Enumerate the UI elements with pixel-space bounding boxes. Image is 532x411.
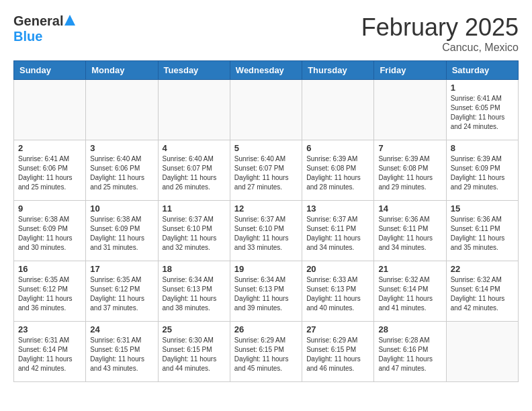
day-info: Sunrise: 6:41 AM Sunset: 6:05 PM Dayligh… <box>451 94 514 132</box>
day-info: Sunrise: 6:37 AM Sunset: 6:11 PM Dayligh… <box>306 215 369 253</box>
day-info: Sunrise: 6:38 AM Sunset: 6:09 PM Dayligh… <box>90 215 153 253</box>
day-info: Sunrise: 6:32 AM Sunset: 6:14 PM Dayligh… <box>378 275 441 313</box>
calendar-cell: 13Sunrise: 6:37 AM Sunset: 6:11 PM Dayli… <box>302 201 374 261</box>
week-row-2: 2Sunrise: 6:41 AM Sunset: 6:06 PM Daylig… <box>14 140 519 201</box>
calendar-cell: 21Sunrise: 6:32 AM Sunset: 6:14 PM Dayli… <box>374 261 446 322</box>
day-number: 11 <box>163 203 226 214</box>
calendar-cell: 10Sunrise: 6:38 AM Sunset: 6:09 PM Dayli… <box>86 201 158 261</box>
calendar-cell: 3Sunrise: 6:40 AM Sunset: 6:06 PM Daylig… <box>86 140 158 201</box>
day-number: 20 <box>306 264 369 274</box>
day-info: Sunrise: 6:33 AM Sunset: 6:13 PM Dayligh… <box>306 275 369 313</box>
calendar-cell <box>14 80 86 140</box>
calendar-cell <box>302 80 374 140</box>
day-info: Sunrise: 6:39 AM Sunset: 6:08 PM Dayligh… <box>306 154 369 192</box>
day-number: 23 <box>18 324 81 334</box>
calendar-cell: 2Sunrise: 6:41 AM Sunset: 6:06 PM Daylig… <box>14 140 86 201</box>
day-number: 27 <box>306 324 369 334</box>
calendar-cell: 9Sunrise: 6:38 AM Sunset: 6:09 PM Daylig… <box>14 201 86 261</box>
day-number: 17 <box>90 264 153 274</box>
calendar-cell: 12Sunrise: 6:37 AM Sunset: 6:10 PM Dayli… <box>230 201 302 261</box>
column-header-tuesday: Tuesday <box>158 61 230 80</box>
column-header-wednesday: Wednesday <box>230 61 302 80</box>
calendar-cell: 18Sunrise: 6:34 AM Sunset: 6:13 PM Dayli… <box>158 261 230 322</box>
calendar-cell: 4Sunrise: 6:40 AM Sunset: 6:07 PM Daylig… <box>158 140 230 201</box>
logo-blue-text: Blue <box>13 29 42 44</box>
calendar-cell: 27Sunrise: 6:29 AM Sunset: 6:15 PM Dayli… <box>302 322 374 382</box>
svg-marker-0 <box>64 15 75 26</box>
calendar-cell: 1Sunrise: 6:41 AM Sunset: 6:05 PM Daylig… <box>446 80 518 140</box>
day-number: 4 <box>163 143 226 153</box>
day-info: Sunrise: 6:37 AM Sunset: 6:10 PM Dayligh… <box>234 215 298 253</box>
day-info: Sunrise: 6:41 AM Sunset: 6:06 PM Dayligh… <box>18 154 81 192</box>
day-info: Sunrise: 6:36 AM Sunset: 6:11 PM Dayligh… <box>451 215 514 253</box>
calendar-cell: 23Sunrise: 6:31 AM Sunset: 6:14 PM Dayli… <box>14 322 86 382</box>
calendar-cell: 15Sunrise: 6:36 AM Sunset: 6:11 PM Dayli… <box>446 201 518 261</box>
day-number: 28 <box>378 324 441 334</box>
title-block: February 2025 Cancuc, Mexico <box>361 13 519 54</box>
day-number: 19 <box>234 264 298 274</box>
calendar-cell <box>230 80 302 140</box>
month-year-title: February 2025 <box>361 13 519 42</box>
day-info: Sunrise: 6:40 AM Sunset: 6:07 PM Dayligh… <box>163 154 226 192</box>
day-number: 9 <box>18 203 81 214</box>
day-number: 15 <box>451 203 514 214</box>
day-number: 6 <box>306 143 369 153</box>
calendar-cell: 8Sunrise: 6:39 AM Sunset: 6:09 PM Daylig… <box>446 140 518 201</box>
logo-triangle-icon <box>64 15 75 26</box>
day-info: Sunrise: 6:31 AM Sunset: 6:15 PM Dayligh… <box>90 336 153 373</box>
week-row-3: 9Sunrise: 6:38 AM Sunset: 6:09 PM Daylig… <box>14 201 519 261</box>
logo: General Blue <box>13 13 75 44</box>
column-header-monday: Monday <box>86 61 158 80</box>
calendar-cell <box>446 322 518 382</box>
day-info: Sunrise: 6:34 AM Sunset: 6:13 PM Dayligh… <box>163 275 226 313</box>
day-info: Sunrise: 6:28 AM Sunset: 6:16 PM Dayligh… <box>378 336 441 373</box>
day-number: 21 <box>378 264 441 274</box>
day-number: 16 <box>18 264 81 274</box>
week-row-5: 23Sunrise: 6:31 AM Sunset: 6:14 PM Dayli… <box>14 322 519 382</box>
day-info: Sunrise: 6:29 AM Sunset: 6:15 PM Dayligh… <box>234 336 298 373</box>
day-info: Sunrise: 6:37 AM Sunset: 6:10 PM Dayligh… <box>163 215 226 253</box>
day-number: 13 <box>306 203 369 214</box>
day-number: 10 <box>90 203 153 214</box>
calendar-header-row: SundayMondayTuesdayWednesdayThursdayFrid… <box>14 61 519 80</box>
day-number: 7 <box>378 143 441 153</box>
day-number: 22 <box>451 264 514 274</box>
calendar-cell: 6Sunrise: 6:39 AM Sunset: 6:08 PM Daylig… <box>302 140 374 201</box>
day-number: 26 <box>234 324 298 334</box>
calendar-cell <box>374 80 446 140</box>
calendar-cell: 5Sunrise: 6:40 AM Sunset: 6:07 PM Daylig… <box>230 140 302 201</box>
day-number: 5 <box>234 143 298 153</box>
calendar-cell: 19Sunrise: 6:34 AM Sunset: 6:13 PM Dayli… <box>230 261 302 322</box>
day-info: Sunrise: 6:29 AM Sunset: 6:15 PM Dayligh… <box>306 336 369 373</box>
day-info: Sunrise: 6:38 AM Sunset: 6:09 PM Dayligh… <box>18 215 81 253</box>
day-info: Sunrise: 6:36 AM Sunset: 6:11 PM Dayligh… <box>378 215 441 253</box>
page-header: General Blue February 2025 Cancuc, Mexic… <box>13 13 519 54</box>
day-number: 1 <box>451 83 514 93</box>
column-header-sunday: Sunday <box>14 61 86 80</box>
day-info: Sunrise: 6:30 AM Sunset: 6:15 PM Dayligh… <box>163 336 226 373</box>
day-number: 12 <box>234 203 298 214</box>
day-info: Sunrise: 6:40 AM Sunset: 6:06 PM Dayligh… <box>90 154 153 192</box>
calendar-cell: 20Sunrise: 6:33 AM Sunset: 6:13 PM Dayli… <box>302 261 374 322</box>
calendar-table: SundayMondayTuesdayWednesdayThursdayFrid… <box>13 60 519 382</box>
day-info: Sunrise: 6:39 AM Sunset: 6:09 PM Dayligh… <box>451 154 514 192</box>
calendar-cell <box>86 80 158 140</box>
day-info: Sunrise: 6:34 AM Sunset: 6:13 PM Dayligh… <box>234 275 298 313</box>
calendar-cell: 14Sunrise: 6:36 AM Sunset: 6:11 PM Dayli… <box>374 201 446 261</box>
day-number: 25 <box>163 324 226 334</box>
calendar-cell: 24Sunrise: 6:31 AM Sunset: 6:15 PM Dayli… <box>86 322 158 382</box>
week-row-1: 1Sunrise: 6:41 AM Sunset: 6:05 PM Daylig… <box>14 80 519 140</box>
logo-general-text: General <box>13 13 63 29</box>
calendar-cell: 17Sunrise: 6:35 AM Sunset: 6:12 PM Dayli… <box>86 261 158 322</box>
location-subtitle: Cancuc, Mexico <box>361 42 519 54</box>
day-info: Sunrise: 6:35 AM Sunset: 6:12 PM Dayligh… <box>18 275 81 313</box>
calendar-cell: 22Sunrise: 6:32 AM Sunset: 6:14 PM Dayli… <box>446 261 518 322</box>
day-info: Sunrise: 6:32 AM Sunset: 6:14 PM Dayligh… <box>451 275 514 313</box>
day-number: 2 <box>18 143 81 153</box>
day-number: 3 <box>90 143 153 153</box>
column-header-friday: Friday <box>374 61 446 80</box>
day-info: Sunrise: 6:31 AM Sunset: 6:14 PM Dayligh… <box>18 336 81 373</box>
day-number: 14 <box>378 203 441 214</box>
calendar-cell: 7Sunrise: 6:39 AM Sunset: 6:08 PM Daylig… <box>374 140 446 201</box>
calendar-cell: 16Sunrise: 6:35 AM Sunset: 6:12 PM Dayli… <box>14 261 86 322</box>
